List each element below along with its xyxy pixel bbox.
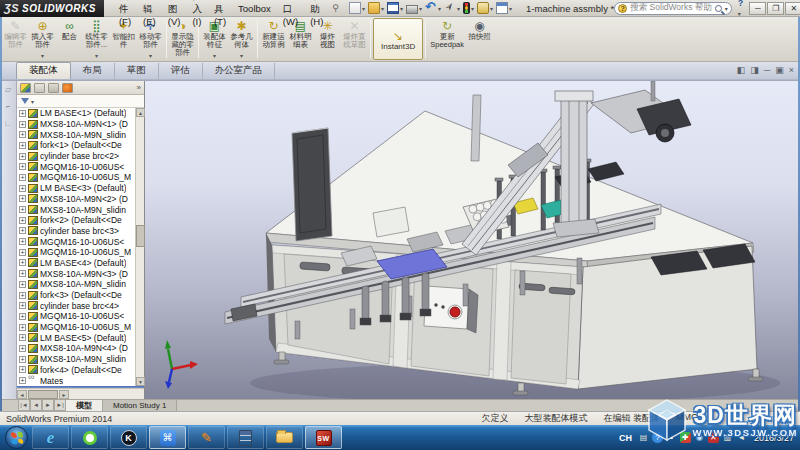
ribbon-tab[interactable]: 布局 [71, 63, 115, 79]
pin-icon[interactable]: ⚲ [332, 3, 339, 13]
expand-icon[interactable]: + [19, 131, 26, 138]
flyout-expand-icon[interactable]: » [137, 83, 141, 92]
expand-icon[interactable]: + [19, 163, 26, 170]
tab-scroll-next-icon[interactable]: ► [42, 400, 54, 411]
tray-icon[interactable]: ✕ [708, 432, 719, 443]
toolbar-button[interactable]: ▾ [444, 2, 460, 14]
command-button[interactable]: ⣿ 线性零 部件... [83, 18, 110, 60]
taskbar-app-button[interactable] [266, 426, 303, 449]
command-button[interactable] [425, 20, 426, 58]
scroll-thumb[interactable] [136, 225, 145, 247]
model-tab[interactable]: Motion Study 1 [103, 400, 177, 411]
expand-icon[interactable]: + [19, 302, 26, 309]
help-icon[interactable]: ?▾ [738, 0, 744, 18]
expand-icon[interactable]: + [19, 227, 26, 234]
tree-item[interactable]: + MXS8-10A-M9N_slidin [19, 129, 144, 140]
tree-item[interactable]: + MXS8-10A-M9N<3> (D [19, 268, 144, 279]
ribbon-tab[interactable]: 装配体 [16, 62, 71, 79]
menu-item[interactable]: 文件(F) [114, 0, 136, 28]
tree-item[interactable]: + MGQM16-10-U06US< [19, 161, 144, 172]
toolbar-button[interactable]: ▾ [387, 2, 403, 14]
start-button[interactable] [5, 426, 28, 449]
featuremanager-tab-icon[interactable] [20, 83, 31, 93]
toolbar-button[interactable]: ▾ [496, 2, 512, 14]
tree-item[interactable]: + MGQM16-10-U06US< [19, 311, 144, 322]
expand-icon[interactable]: + [19, 334, 26, 341]
doc-restore-left-icon[interactable]: ◧ [737, 64, 746, 76]
tree-item[interactable]: + MGQM16-10-U06US_M [19, 247, 144, 258]
expand-icon[interactable]: + [19, 313, 26, 320]
tray-icon[interactable]: ? [652, 432, 663, 443]
tree-item[interactable]: + MXS8-10A-M9N<4> (D [19, 343, 144, 354]
filter-dropdown-icon[interactable]: ▾ [31, 98, 34, 105]
expand-icon[interactable]: + [19, 110, 26, 117]
dock-icon-3[interactable]: ∟ [4, 119, 12, 128]
menu-item[interactable]: 编辑(E) [138, 0, 161, 28]
configurationmanager-tab-icon[interactable] [48, 83, 59, 93]
tray-icon[interactable]: ▴ [666, 432, 677, 443]
tray-icon[interactable]: ✚ [680, 432, 691, 443]
maximize-button[interactable]: ❐ [767, 2, 784, 15]
doc-close-icon[interactable]: × [789, 64, 794, 76]
tree-horizontal-scrollbar[interactable]: ◄ ► [17, 388, 144, 399]
tray-icon[interactable]: ▤ [638, 432, 649, 443]
tree-item[interactable]: + MGQM16-10-U06US_M [19, 322, 144, 333]
tree-item[interactable]: + LM BASE<5> (Default) [19, 332, 144, 343]
search-box[interactable]: ? 搜索 SolidWorks 帮助 ▾ [614, 2, 732, 15]
taskbar-date[interactable]: 2016/3/27 [754, 433, 794, 443]
scroll-down-icon[interactable]: ▼ [136, 377, 145, 386]
taskbar-app-button[interactable]: K [110, 426, 147, 449]
tree-item[interactable]: + LM BASE<3> (Default) [19, 183, 144, 194]
tab-scroll-last-icon[interactable]: ►| [54, 400, 66, 411]
menu-item[interactable]: 窗口(W) [278, 0, 303, 28]
command-button[interactable] [370, 20, 371, 58]
expand-icon[interactable]: + [19, 238, 26, 245]
menu-item[interactable]: Toolbox [233, 2, 276, 15]
tree-item[interactable]: + MXS8-10A-M9N_slidin [19, 204, 144, 215]
expand-icon[interactable]: + [19, 153, 26, 160]
search-input[interactable]: 搜索 SolidWorks 帮助 [630, 2, 712, 14]
tray-icon[interactable]: ◉ [694, 432, 705, 443]
tree-item[interactable]: + cylinder base brc<4> [19, 300, 144, 311]
propertymanager-tab-icon[interactable] [34, 83, 45, 93]
tree-item[interactable]: + MXS8-10A-M9N<2> (D [19, 194, 144, 205]
toolbar-button[interactable]: ▾ [406, 3, 422, 14]
command-button[interactable]: ✕ 爆炸直 线草图 [341, 18, 368, 60]
command-button[interactable]: ◉ 拍快照 [466, 18, 493, 60]
tree-vertical-scrollbar[interactable]: ▲ ▼ [135, 108, 144, 386]
menu-item[interactable]: 工具(T) [209, 0, 231, 28]
expand-icon[interactable]: + [19, 377, 26, 384]
ribbon-tab[interactable]: 评估 [159, 63, 203, 79]
scroll-thumb[interactable] [28, 390, 58, 399]
tray-icon[interactable]: ▥ [722, 432, 733, 443]
tree-item[interactable]: + cylinder base brc<3> [19, 226, 144, 237]
toolbar-button[interactable]: ▾ [477, 2, 493, 14]
expand-icon[interactable]: + [19, 356, 26, 363]
taskbar-app-button[interactable]: e [32, 426, 69, 449]
ribbon-tab[interactable]: 办公室产品 [203, 63, 276, 79]
scroll-left-icon[interactable]: ◄ [17, 390, 27, 399]
tree-item[interactable]: + MXS8-10A-M9N_slidin [19, 354, 144, 365]
expand-icon[interactable]: + [19, 270, 26, 277]
taskbar-app-button[interactable]: ⌘ [149, 426, 186, 449]
command-button[interactable]: ⊕ 插入零 部件 [29, 18, 56, 60]
doc-restore-right-icon[interactable]: ◨ [750, 64, 759, 76]
tree-item[interactable]: + fork<2> (Default<<De [19, 215, 144, 226]
tree-item[interactable]: + fork<1> (Default<<De [19, 140, 144, 151]
tree-item[interactable]: + MXS8-10A-M9N_slidin [19, 279, 144, 290]
tree-item[interactable]: + MXS8-10A-M9N<1> (D [19, 119, 144, 130]
expand-icon[interactable]: + [19, 259, 26, 266]
tray-icon[interactable]: ◄ [736, 432, 747, 443]
menu-item[interactable]: 视图(V) [163, 0, 186, 28]
expand-icon[interactable]: + [19, 281, 26, 288]
expand-icon[interactable]: + [19, 366, 26, 373]
expand-icon[interactable]: + [19, 142, 26, 149]
taskbar-app-button[interactable] [227, 426, 264, 449]
tab-scroll-prev-icon[interactable]: ◄ [30, 400, 42, 411]
command-button[interactable]: ✎ 编辑零 部件 [2, 18, 29, 60]
doc-minimize-icon[interactable]: ─ [764, 64, 770, 76]
tree-item[interactable]: + LM BASE<1> (Default) [19, 108, 144, 119]
expand-icon[interactable]: + [19, 195, 26, 202]
tab-scroll-first-icon[interactable]: |◄ [18, 400, 30, 411]
command-button[interactable]: ↻ 更新 Speedpak [428, 18, 466, 60]
